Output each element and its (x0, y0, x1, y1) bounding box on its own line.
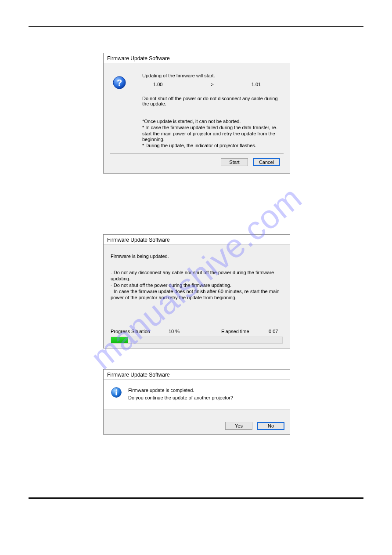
dialog-title: Firmware Update Software (104, 235, 290, 245)
progress-label: Progress Situation (111, 329, 169, 334)
note-line: - Do not shut off the power during the f… (111, 282, 283, 288)
power-warning: Do not shut off the power or do not disc… (142, 96, 282, 106)
version-from: 1.00 (153, 82, 162, 87)
version-line: 1.00 -> 1.01 (142, 82, 282, 87)
separator (110, 153, 284, 154)
dialog-update-progress: Firmware Update Software Firmware is bei… (103, 234, 290, 348)
note-line: - Do not any disconnect any cable nor sh… (111, 269, 283, 282)
note-line: * In case the firmware update failed dur… (142, 125, 282, 143)
question-icon: ? (112, 76, 126, 90)
dialog-confirm-update: Firmware Update Software ? (103, 53, 290, 174)
note-line: *Once update is started, it can not be a… (142, 119, 282, 125)
elapsed-label: Elapsed time (221, 329, 269, 334)
version-to: 1.01 (252, 82, 261, 87)
progress-bar-fill (111, 337, 128, 343)
start-button[interactable]: Start (221, 158, 248, 166)
note-line: - In case the firmware update does not f… (111, 288, 283, 301)
complete-msg-1: Firmware update is completed. (128, 387, 233, 394)
elapsed-time: 0:07 (269, 329, 283, 334)
info-icon (111, 387, 122, 398)
arrow-icon: -> (209, 82, 214, 87)
page-content: Firmware Update Software ? (29, 26, 363, 499)
complete-msg-2: Do you continue the update of another pr… (128, 394, 233, 402)
dialog-update-complete: Firmware Update Software (103, 369, 290, 435)
cancel-button[interactable]: Cancel (253, 158, 280, 166)
svg-rect-4 (115, 392, 117, 395)
page-bottom-rule (29, 497, 363, 499)
note-line: * During the update, the indicator of pr… (142, 143, 282, 149)
progress-status: Firmware is being updated. (111, 254, 283, 259)
no-button[interactable]: No (257, 422, 284, 430)
yes-button[interactable]: Yes (225, 422, 252, 430)
dialog-title: Firmware Update Software (104, 53, 290, 63)
svg-text:?: ? (117, 78, 122, 87)
svg-point-3 (115, 389, 117, 391)
dialog-title: Firmware Update Software (104, 370, 290, 380)
confirm-heading: Updating of the firmware will start. (142, 73, 282, 78)
progress-bar (111, 337, 283, 344)
progress-percent: 10 % (169, 329, 221, 334)
